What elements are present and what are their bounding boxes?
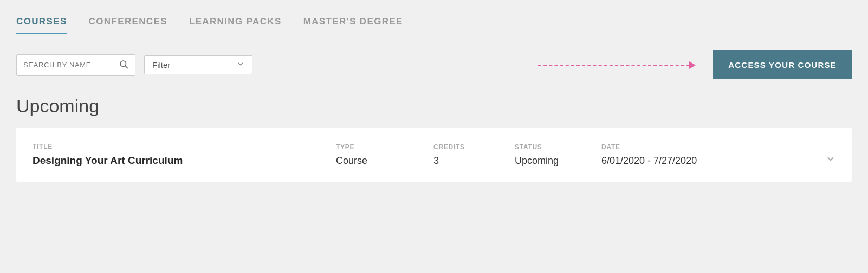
arrow-head-icon (689, 61, 696, 69)
filter-dropdown[interactable]: Filter (144, 55, 252, 74)
filter-chevron-icon (237, 60, 244, 69)
tabs-bar: COURSES CONFERENCES LEARNING PACKS MASTE… (16, 0, 852, 34)
tab-conferences[interactable]: CONFERENCES (89, 16, 167, 34)
title-value: Designing Your Art Curriculum (33, 155, 336, 167)
search-icon (119, 59, 128, 71)
page-container: COURSES CONFERENCES LEARNING PACKS MASTE… (0, 0, 868, 273)
date-label: DATE (601, 143, 697, 151)
filter-label: Filter (152, 60, 170, 69)
course-date-col: DATE 6/01/2020 - 7/27/2020 (601, 143, 835, 167)
type-value: Course (336, 155, 433, 167)
access-course-button[interactable]: ACCESS YOUR COURSE (713, 50, 852, 79)
tab-courses[interactable]: COURSES (16, 16, 67, 34)
tab-learning-packs[interactable]: LEARNING PACKS (189, 16, 282, 34)
title-label: TITLE (33, 143, 336, 150)
course-type-col: TYPE Course (336, 143, 433, 167)
toolbar: Filter ACCESS YOUR COURSE (16, 50, 852, 79)
credits-value: 3 (433, 155, 515, 167)
credits-label: CREDITS (433, 143, 515, 151)
svg-line-1 (125, 66, 127, 68)
type-label: TYPE (336, 143, 433, 151)
dashed-arrow (538, 61, 696, 69)
row-expand-chevron-icon[interactable] (826, 154, 835, 167)
course-title-col: TITLE Designing Your Art Curriculum (33, 143, 336, 167)
status-value: Upcoming (515, 155, 601, 167)
status-label: STATUS (515, 143, 601, 151)
course-credits-col: CREDITS 3 (433, 143, 515, 167)
search-box[interactable] (16, 54, 135, 76)
course-status-col: STATUS Upcoming (515, 143, 601, 167)
course-card: TITLE Designing Your Art Curriculum TYPE… (16, 128, 852, 182)
tab-masters-degree[interactable]: MASTER'S DEGREE (303, 16, 403, 34)
search-input[interactable] (23, 61, 114, 69)
date-col-inner: DATE 6/01/2020 - 7/27/2020 (601, 143, 697, 167)
section-heading: Upcoming (16, 96, 852, 117)
dashed-line (538, 65, 690, 66)
date-value: 6/01/2020 - 7/27/2020 (601, 155, 697, 167)
